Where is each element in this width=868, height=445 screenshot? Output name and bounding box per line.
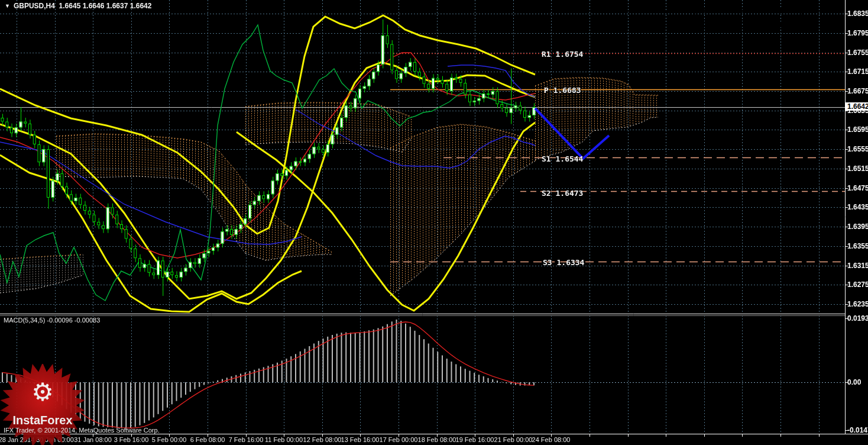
price-tick-label: 1.6835 <box>847 10 868 17</box>
price-tick-label: 1.6515 <box>847 165 868 172</box>
date-tick-label: 21 Feb 00:00 <box>494 436 533 443</box>
price-tick-label: 1.6275 <box>847 281 868 288</box>
macd-tick-label: 0.01934 <box>847 315 868 322</box>
price-tick-label: 1.6235 <box>847 301 868 308</box>
price-tick-label: 1.6755 <box>847 49 868 56</box>
date-tick-label: 6 Feb 08:00 <box>190 436 225 443</box>
date-tick-label: 7 Feb 16:00 <box>229 436 264 443</box>
current-price-tag: 1.6642 <box>846 102 868 111</box>
date-tick-label: 5 Feb 00:00 <box>152 436 187 443</box>
date-tick-label: 11 Feb 00:00 <box>265 436 303 443</box>
pivot-label-s2: S2 1.6473 <box>542 190 583 197</box>
price-tick-label: 1.6715 <box>847 68 868 75</box>
price-tick-label: 1.6675 <box>847 88 868 95</box>
date-tick-label: 3 Feb 16:00 <box>114 436 149 443</box>
chart-canvas[interactable] <box>0 0 868 445</box>
price-tick-label: 1.6315 <box>847 262 868 269</box>
pivot-label-r1: R1 1.6754 <box>542 51 583 58</box>
annotation-text: Возможные варианты движения цены Possibl… <box>585 3 851 30</box>
date-tick-label: 13 Feb 16:00 <box>341 436 380 443</box>
price-tick-label: 1.6395 <box>847 223 868 230</box>
price-tick-label: 1.6555 <box>847 146 868 153</box>
chart-title-bar: ▼GBPUSD,H4 1.6645 1.6646 1.6637 1.6642 <box>5 2 151 10</box>
gear-icon: ⚙ <box>31 378 54 407</box>
date-tick-label: 17 Feb 00:00 <box>380 436 418 443</box>
macd-tick-label: 0.00 <box>847 379 861 386</box>
symbol-dropdown-icon[interactable]: ▼ <box>5 2 10 9</box>
macd-indicator-label: MACD(5,34,5) -0.00096 -0.00083 <box>4 317 100 324</box>
pivot-label-s1: S1 1.6544 <box>542 156 583 163</box>
copyright-label: IFX Trader, © 2001-2014, MetaQuotes Soft… <box>4 427 160 434</box>
price-tick-label: 1.6595 <box>847 126 868 133</box>
macd-tick-label: -0.01474 <box>847 427 868 434</box>
price-tick-label: 1.6475 <box>847 185 868 192</box>
mt4-chart-window: { "window": { "symbol_period": "GBPUSD,H… <box>0 0 868 445</box>
date-tick-label: 19 Feb 16:00 <box>456 436 494 443</box>
price-tick-label: 1.6795 <box>847 30 868 37</box>
price-tick-label: 1.6435 <box>847 204 868 211</box>
symbol-period-label: GBPUSD,H4 <box>14 2 55 10</box>
date-tick-label: 12 Feb 08:00 <box>303 436 342 443</box>
annotation-line-en: Possible price movement <box>585 17 851 30</box>
ohlc-readout: 1.6645 1.6646 1.6637 1.6642 <box>59 2 152 10</box>
annotation-line-ru: Возможные варианты движения цены <box>585 3 851 17</box>
date-tick-label: 18 Feb 08:00 <box>418 436 456 443</box>
instaforex-brand-label: InstaForex <box>12 414 72 427</box>
date-tick-label: 24 Feb 08:00 <box>532 436 571 443</box>
price-tick-label: 1.6355 <box>847 243 868 250</box>
pivot-label-p: P 1.6683 <box>544 87 581 94</box>
pivot-label-s3: S3 1.6334 <box>543 259 584 266</box>
